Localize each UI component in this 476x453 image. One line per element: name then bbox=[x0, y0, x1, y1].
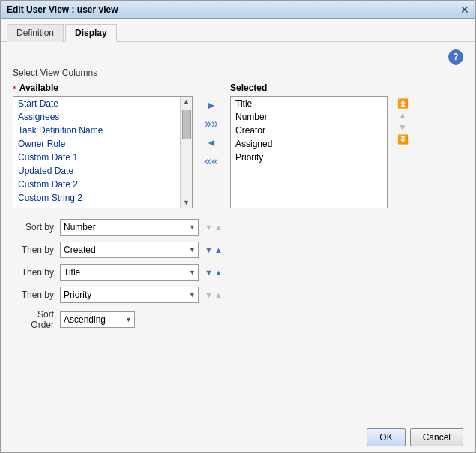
scroll-track bbox=[181, 106, 192, 198]
sort-order-label: Sort Order bbox=[13, 309, 54, 330]
then-by-1-label: Then by bbox=[13, 244, 54, 255]
sort-by-up-arrow[interactable]: ▲ bbox=[214, 224, 223, 232]
move-down-button[interactable]: ▼ bbox=[398, 123, 407, 132]
sort-by-select[interactable]: Number Title Creator Assigned Priority C… bbox=[60, 219, 199, 236]
list-item[interactable]: Assignees bbox=[13, 110, 180, 124]
then-by-1-select-wrapper: Number Title Creator Assigned Priority C… bbox=[60, 242, 199, 258]
required-asterisk: * bbox=[13, 84, 16, 94]
sort-by-row: Sort by Number Title Creator Assigned Pr… bbox=[13, 219, 463, 236]
tab-definition[interactable]: Definition bbox=[7, 24, 64, 42]
then-by-3-select[interactable]: Number Title Creator Assigned Priority C… bbox=[60, 286, 199, 303]
selected-section: Selected Title Number Creator Assigned P… bbox=[230, 82, 388, 208]
sort-order-row: Sort Order Ascending Descending bbox=[13, 309, 463, 330]
cancel-button[interactable]: Cancel bbox=[410, 428, 463, 446]
list-item[interactable]: Creator bbox=[231, 124, 387, 137]
sort-by-arrows: ▼ ▲ bbox=[205, 224, 223, 232]
edit-user-view-dialog: Edit User View : user view ✕ Definition … bbox=[0, 0, 476, 453]
selected-list-inner: Title Number Creator Assigned Priority bbox=[231, 97, 387, 208]
then-by-1-row: Then by Number Title Creator Assigned Pr… bbox=[13, 242, 463, 258]
available-list-inner: Start Date Assignees Task Definition Nam… bbox=[13, 97, 180, 208]
dialog-footer: OK Cancel bbox=[1, 422, 475, 452]
then-by-3-select-wrapper: Number Title Creator Assigned Priority C… bbox=[60, 286, 199, 303]
list-item[interactable]: Custom String 2 bbox=[13, 191, 180, 205]
list-item[interactable]: Number bbox=[231, 110, 387, 124]
available-list[interactable]: Start Date Assignees Task Definition Nam… bbox=[13, 96, 193, 208]
dialog-content: ? Select View Columns * Available Start … bbox=[1, 42, 475, 422]
move-right-single-button[interactable]: ► bbox=[205, 98, 218, 112]
then-by-3-row: Then by Number Title Creator Assigned Pr… bbox=[13, 286, 463, 303]
select-view-label: Select View Columns bbox=[13, 68, 463, 78]
list-item[interactable]: Title bbox=[231, 97, 387, 110]
dialog-title: Edit User View : user view bbox=[7, 4, 118, 15]
close-button[interactable]: ✕ bbox=[460, 4, 469, 15]
sort-order-select[interactable]: Ascending Descending bbox=[60, 311, 135, 328]
list-item[interactable]: Task Definition Name bbox=[13, 124, 180, 137]
then-by-1-select[interactable]: Number Title Creator Assigned Priority C… bbox=[60, 242, 199, 258]
list-item[interactable]: Custom Date 1 bbox=[13, 151, 180, 164]
help-row: ? bbox=[13, 50, 463, 64]
then-by-1-up-arrow[interactable]: ▲ bbox=[214, 246, 223, 254]
then-by-2-select[interactable]: Number Title Creator Assigned Priority C… bbox=[60, 264, 199, 280]
sort-order-select-wrapper: Ascending Descending bbox=[60, 311, 135, 328]
then-by-2-down-arrow[interactable]: ▼ bbox=[205, 268, 213, 277]
scroll-down-icon[interactable]: ▼ bbox=[181, 198, 191, 208]
list-item[interactable]: Priority bbox=[231, 151, 387, 164]
list-item[interactable]: Created bbox=[13, 205, 180, 208]
tab-bar: Definition Display bbox=[1, 19, 475, 42]
transfer-buttons: ► »» ◄ «« bbox=[193, 82, 230, 170]
then-by-2-label: Then by bbox=[13, 267, 54, 278]
list-item[interactable]: Assigned bbox=[231, 137, 387, 151]
list-item[interactable]: Custom Date 2 bbox=[13, 178, 180, 191]
available-scrollbar[interactable]: ▲ ▼ bbox=[180, 97, 192, 208]
tab-display[interactable]: Display bbox=[65, 24, 117, 42]
available-section: * Available Start Date Assignees Task De… bbox=[13, 82, 193, 208]
available-header: Available bbox=[19, 82, 58, 93]
list-item[interactable]: Owner Role bbox=[13, 137, 180, 151]
then-by-3-label: Then by bbox=[13, 290, 54, 300]
scroll-thumb[interactable] bbox=[182, 110, 191, 140]
sort-by-label: Sort by bbox=[13, 222, 54, 232]
then-by-2-up-arrow[interactable]: ▲ bbox=[214, 268, 223, 277]
then-by-2-arrows: ▼ ▲ bbox=[205, 268, 223, 277]
move-to-top-button[interactable]: ⏫ bbox=[397, 99, 409, 108]
list-item[interactable]: Start Date bbox=[13, 97, 180, 110]
reorder-buttons: ⏫ ▲ ▼ ⏬ bbox=[388, 82, 418, 144]
then-by-2-select-wrapper: Number Title Creator Assigned Priority C… bbox=[60, 264, 199, 280]
move-left-single-button[interactable]: ◄ bbox=[205, 135, 218, 150]
selected-header: Selected bbox=[230, 82, 267, 93]
move-right-double-button[interactable]: »» bbox=[203, 116, 220, 132]
selected-list[interactable]: Title Number Creator Assigned Priority bbox=[230, 96, 388, 208]
then-by-3-arrows: ▼ ▲ bbox=[205, 291, 223, 299]
help-button[interactable]: ? bbox=[448, 50, 463, 64]
scroll-up-icon[interactable]: ▲ bbox=[181, 97, 191, 106]
ok-button[interactable]: OK bbox=[367, 428, 405, 446]
sort-section: Sort by Number Title Creator Assigned Pr… bbox=[13, 219, 463, 330]
list-item[interactable]: Updated Date bbox=[13, 164, 180, 178]
move-left-double-button[interactable]: «« bbox=[203, 153, 220, 170]
then-by-3-down-arrow[interactable]: ▼ bbox=[205, 291, 213, 299]
title-bar: Edit User View : user view ✕ bbox=[1, 1, 475, 19]
then-by-1-down-arrow[interactable]: ▼ bbox=[205, 246, 213, 254]
then-by-1-arrows: ▼ ▲ bbox=[205, 246, 223, 254]
sort-by-select-wrapper: Number Title Creator Assigned Priority C… bbox=[60, 219, 199, 236]
sort-by-down-arrow[interactable]: ▼ bbox=[205, 224, 213, 232]
columns-section: * Available Start Date Assignees Task De… bbox=[13, 82, 463, 208]
then-by-2-row: Then by Number Title Creator Assigned Pr… bbox=[13, 264, 463, 280]
then-by-3-up-arrow[interactable]: ▲ bbox=[214, 291, 223, 299]
move-up-button[interactable]: ▲ bbox=[398, 111, 407, 120]
move-to-bottom-button[interactable]: ⏬ bbox=[397, 135, 409, 144]
